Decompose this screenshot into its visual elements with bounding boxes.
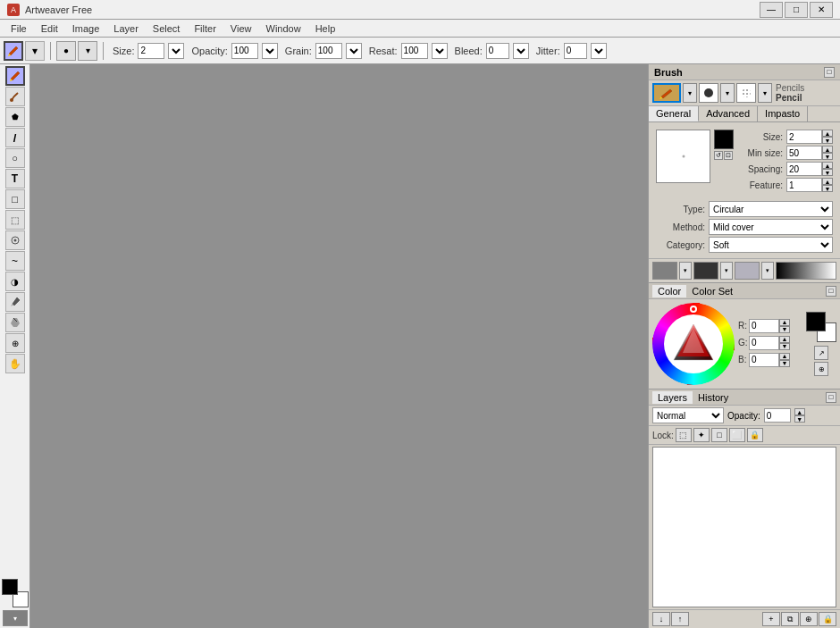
menu-filter[interactable]: Filter [187,21,223,36]
texture-dropdown2[interactable]: ▾ [720,262,733,280]
layer-duplicate-btn[interactable]: ⧉ [781,612,799,626]
size-up[interactable]: ▲ [822,130,833,137]
brush-angle-btn[interactable]: ↺ [714,151,723,160]
menu-view[interactable]: View [223,21,259,36]
layer-new-btn[interactable]: + [762,612,780,626]
g-up[interactable]: ▲ [779,336,790,343]
lock-extra-btn[interactable]: 🔒 [747,428,763,442]
b-input[interactable] [749,353,779,367]
grain-input[interactable] [315,43,342,59]
tool-brush[interactable] [5,87,25,106]
extra-color-btn1[interactable]: ↗ [814,346,828,360]
toolbar-size-preset-small[interactable]: ● [56,41,76,61]
tool-fill[interactable] [5,313,25,332]
color-tab-color[interactable]: Color [652,285,686,297]
bleed-input[interactable] [486,43,509,59]
bleed-dropdown[interactable]: ▾ [513,43,529,59]
layer-delete-btn[interactable]: 🔒 [819,612,836,626]
texture-preview1[interactable] [652,262,677,280]
layers-panel-expand[interactable]: □ [826,392,836,403]
resat-dropdown[interactable]: ▾ [432,43,448,59]
tool-rect[interactable]: □ [5,189,25,209]
texture-preview3[interactable] [735,262,760,280]
layers-list[interactable] [652,447,836,607]
g-input[interactable] [749,336,779,350]
opacity-input[interactable] [231,43,258,59]
maximize-button[interactable]: □ [785,2,808,18]
opacity-down[interactable]: ▼ [794,415,805,423]
tool-line[interactable]: / [5,128,25,147]
tool-dodge[interactable]: ◑ [5,272,25,291]
lock-pixels-btn[interactable]: ⬚ [676,428,692,442]
blend-mode-select[interactable]: Normal Multiply Screen [652,407,724,423]
r-down[interactable]: ▼ [779,326,790,333]
menu-image[interactable]: Image [65,21,107,36]
spacing-down[interactable]: ▼ [822,169,833,176]
tool-smudge[interactable]: ~ [5,251,25,271]
tool-clone[interactable] [5,230,25,250]
lock-transparency-btn[interactable]: ⬜ [729,428,745,442]
resat-input[interactable] [401,43,428,59]
brush-shape-selector[interactable] [714,130,734,149]
brush-flip-btn[interactable]: ⊡ [724,151,733,160]
brush-preset-dropdown2[interactable]: ▾ [720,83,735,103]
tool-select[interactable]: ⬚ [5,210,25,230]
type-select[interactable]: Circular Captured [709,201,833,217]
minsize-down[interactable]: ▼ [822,153,833,160]
size-param-input[interactable] [786,130,822,144]
r-input[interactable] [749,319,779,333]
brush-preset-texture[interactable] [736,83,756,103]
tab-advanced[interactable]: Advanced [699,106,758,121]
color-tab-colorset[interactable]: Color Set [686,285,738,297]
brush-preset-round[interactable] [699,83,718,103]
tool-shape[interactable]: ○ [5,148,25,168]
tool-text[interactable]: T [5,169,25,188]
brush-preset-pencil[interactable] [652,83,681,103]
spacing-up[interactable]: ▲ [822,162,833,169]
layers-tab-history[interactable]: History [693,391,734,404]
tab-general[interactable]: General [649,106,699,121]
minimize-button[interactable]: — [760,2,783,18]
menu-file[interactable]: File [4,21,34,36]
menu-window[interactable]: Window [259,21,308,36]
feature-up[interactable]: ▲ [822,178,833,185]
jitter-input[interactable] [564,43,587,59]
jitter-dropdown[interactable]: ▾ [591,43,607,59]
texture-dropdown3[interactable]: ▾ [761,262,774,280]
toolbar-brush-dropdown[interactable]: ▾ [25,41,45,61]
menu-select[interactable]: Select [146,21,188,36]
b-up[interactable]: ▲ [779,353,790,360]
method-select[interactable]: Mild cover Cover Buildup [709,219,833,235]
minsize-input[interactable] [786,146,822,160]
gradient-bar[interactable] [776,262,836,280]
minsize-up[interactable]: ▲ [822,146,833,153]
color-wheel-container[interactable] [652,303,735,385]
size-down[interactable]: ▼ [822,137,833,144]
tool-eyedrop[interactable] [5,292,25,312]
b-down[interactable]: ▼ [779,360,790,367]
extra-color-btn2[interactable]: ⊕ [814,362,828,376]
tool-hand[interactable]: ✋ [5,354,25,373]
pattern-selector[interactable]: ▾ [3,610,28,626]
size-dropdown[interactable]: ▾ [168,43,184,59]
opacity-up[interactable]: ▲ [794,408,805,415]
menu-help[interactable]: Help [308,21,343,36]
layer-move-up-btn[interactable]: ↑ [671,612,689,626]
layers-tab-layers[interactable]: Layers [652,391,693,404]
menu-layer[interactable]: Layer [106,21,146,36]
layer-move-down-btn[interactable]: ↓ [652,612,670,626]
category-select[interactable]: Soft Hard Camel [709,237,833,253]
color-panel-expand[interactable]: □ [826,286,836,297]
brush-preset-dropdown3[interactable]: ▾ [758,83,772,103]
feature-down[interactable]: ▼ [822,185,833,192]
spacing-input[interactable] [786,162,822,176]
lock-all-btn[interactable]: □ [711,428,727,442]
toolbar-size-dropdown[interactable]: ▾ [78,41,97,61]
texture-preview2[interactable] [693,262,718,280]
fg-color-swatch[interactable] [806,312,826,331]
texture-dropdown1[interactable]: ▾ [679,262,692,280]
tool-zoom[interactable]: ⊕ [5,333,25,353]
menu-edit[interactable]: Edit [34,21,65,36]
feature-input[interactable] [786,178,822,192]
grain-dropdown[interactable]: ▾ [346,43,362,59]
